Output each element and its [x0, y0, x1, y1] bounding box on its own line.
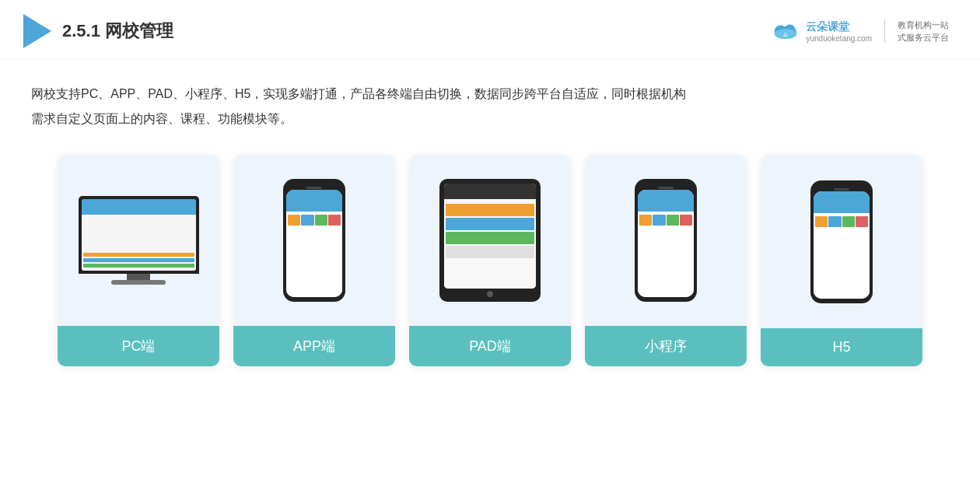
phone-grid-h5-3	[842, 216, 855, 227]
phone-screen-app	[286, 190, 342, 297]
header-divider	[884, 19, 885, 43]
phone-grid-item-2	[301, 215, 313, 226]
pc-screen-content	[82, 199, 196, 271]
card-label-h5: H5	[761, 328, 922, 366]
title-prefix: 2.5.1	[62, 21, 105, 40]
description-line1: 网校支持PC、APP、PAD、小程序、H5，实现多端打通，产品各终端自由切换，数…	[31, 82, 949, 107]
header-left: 2.5.1 网校管理	[23, 14, 173, 48]
page-title: 2.5.1 网校管理	[62, 19, 173, 43]
card-label-pad: PAD端	[409, 326, 571, 366]
pad-row-1	[446, 204, 534, 216]
pc-bar-2	[83, 258, 194, 262]
card-label-pc: PC端	[58, 326, 219, 366]
pad-screen-content	[444, 184, 536, 289]
brand-tagline-1: 教育机构一站	[898, 19, 949, 32]
description-line2: 需求自定义页面上的内容、课程、功能模块等。	[31, 107, 949, 131]
phone-screen-content-app	[286, 190, 342, 297]
pc-screen-outer	[79, 196, 199, 274]
brand-url: yunduoketang.com	[806, 34, 872, 43]
pc-mockup	[76, 196, 201, 285]
card-label-app: APP端	[233, 326, 395, 366]
phone-mockup-h5	[810, 180, 873, 303]
page: 2.5.1 网校管理 朵 云朵课堂 yunduoketang.com 教育	[0, 0, 980, 490]
card-label-mini: 小程序	[585, 326, 747, 366]
header: 2.5.1 网校管理 朵 云朵课堂 yunduoketang.com 教育	[0, 0, 980, 60]
phone-grid-item-3	[315, 215, 327, 226]
brand-tagline-2: 式服务云平台	[898, 31, 949, 44]
pad-row-2	[446, 218, 534, 230]
pad-rows	[444, 202, 536, 261]
card-pc: PC端	[58, 155, 219, 366]
phone-grid-item-4	[328, 215, 341, 226]
cloud-logo-icon: 朵	[770, 20, 801, 42]
phone-screen-h5	[814, 191, 870, 299]
phone-grid-h5-1	[815, 216, 828, 227]
pc-bar-3	[83, 264, 194, 268]
pad-row-4	[446, 246, 534, 258]
pc-bar-1	[83, 253, 194, 257]
phone-mockup-mini	[635, 179, 697, 302]
brand-logo: 朵 云朵课堂 yunduoketang.com 教育机构一站 式服务云平台	[770, 19, 949, 44]
card-pad: PAD端	[409, 155, 571, 366]
phone-screen-content-h5	[814, 191, 870, 299]
phone-grid-mini-2	[653, 215, 665, 226]
phone-grid-mini-3	[667, 215, 679, 226]
card-h5: H5	[761, 155, 922, 366]
brand-text-block: 云朵课堂 yunduoketang.com	[806, 20, 872, 43]
pad-mockup	[439, 179, 541, 302]
pad-home-button	[487, 291, 493, 297]
phone-grid-mini-4	[680, 215, 692, 226]
card-image-pc	[58, 155, 219, 326]
pad-screen	[444, 184, 536, 289]
card-image-app	[233, 155, 395, 326]
pc-screen-bars	[82, 251, 196, 271]
phone-screen-mini	[638, 190, 694, 297]
phone-grid-h5-4	[856, 216, 868, 227]
card-image-h5	[761, 155, 922, 328]
svg-text:朵: 朵	[783, 32, 788, 37]
phone-grid-app	[286, 213, 342, 227]
phone-grid-mini	[638, 213, 694, 227]
phone-grid-item-1	[288, 215, 300, 226]
card-image-mini	[585, 155, 747, 326]
phone-grid-mini-1	[639, 215, 652, 226]
phone-grid-h5	[814, 215, 870, 229]
brand-icon: 朵 云朵课堂 yunduoketang.com	[770, 20, 872, 43]
logo-arrow-icon	[23, 14, 51, 48]
card-image-pad	[409, 155, 571, 326]
card-mini: 小程序	[585, 155, 747, 366]
card-app: APP端	[233, 155, 395, 366]
pad-row-3	[446, 232, 534, 244]
brand-name: 云朵课堂	[806, 20, 872, 34]
title-bold: 网校管理	[105, 21, 173, 40]
pc-screen-inner	[82, 199, 196, 271]
cards-area: PC端	[0, 139, 980, 382]
phone-mockup-app	[283, 179, 345, 302]
pc-neck	[127, 274, 150, 280]
phone-grid-h5-2	[828, 216, 841, 227]
phone-screen-content-mini	[638, 190, 694, 297]
pc-base	[111, 280, 166, 285]
brand-tagline: 教育机构一站 式服务云平台	[898, 19, 949, 44]
description-block: 网校支持PC、APP、PAD、小程序、H5，实现多端打通，产品各终端自由切换，数…	[0, 60, 980, 139]
